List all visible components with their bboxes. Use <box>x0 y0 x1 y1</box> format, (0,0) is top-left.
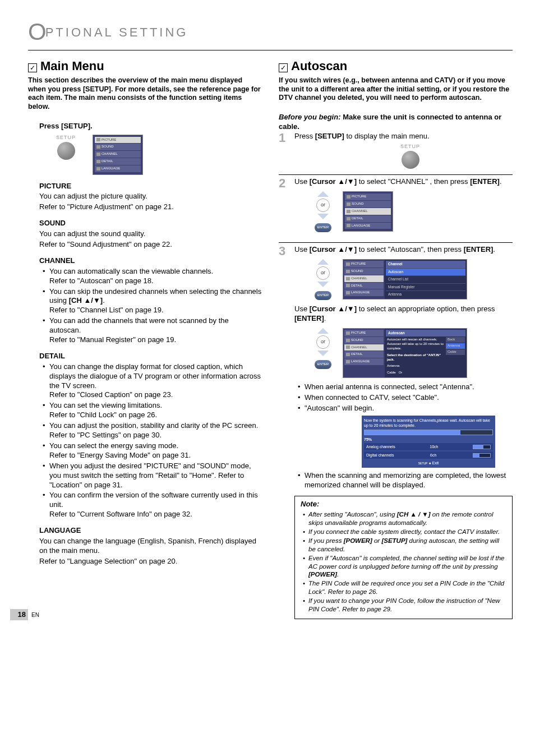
detail-b4: You can select the energy saving mode.Re… <box>49 441 262 460</box>
cursor-up-icon <box>317 259 329 265</box>
step-2-body: Use [Cursor ▲/▼] to select "CHANNEL" , t… <box>294 177 513 237</box>
setup-button-icon <box>57 142 75 160</box>
main-menu-title: Main Menu <box>40 58 104 75</box>
language-head: LANGUAGE <box>39 526 262 536</box>
language-l2: Refer to "Language Selection" on page 20… <box>39 557 262 566</box>
s3-bullet-4: When the scanning and memorizing are com… <box>305 471 513 490</box>
sound-head: SOUND <box>39 219 262 228</box>
step-3-number: 3 <box>279 245 289 619</box>
press-setup-label: Press [SETUP]. <box>39 122 262 131</box>
page-header: OPTIONAL SETTING <box>28 17 513 50</box>
s3-bullet-3: "Autoscan" will begin. <box>305 404 513 413</box>
before-you-begin: Before you begin: Make sure the unit is … <box>279 113 513 132</box>
or-label: or <box>316 199 330 212</box>
setup-label: SETUP <box>56 135 76 141</box>
autoscan-submenu-screenshot: PICTURE SOUND CHANNEL DETAIL LANGUAGE Au… <box>343 328 467 378</box>
cursor-up-icon <box>317 328 329 334</box>
sound-l1: You can adjust the sound quality. <box>39 229 262 239</box>
picture-head: PICTURE <box>39 182 262 191</box>
s3-bullet-2: When connected to CATV, select "Cable". <box>305 393 513 403</box>
main-menu-intro: This section describes the overview of t… <box>28 76 262 112</box>
autoscan-progress-screenshot: Now the system is scanning for Channels,… <box>362 416 495 468</box>
note-2: If you connect the cable system directly… <box>308 528 506 536</box>
step-1-body: Press [SETUP] to display the main menu. … <box>294 132 513 169</box>
cursor-down-icon <box>317 282 329 287</box>
dpad-diagram: or ENTER <box>315 328 331 369</box>
picture-l2: Refer to "Picture Adjustment" on page 21… <box>39 202 262 212</box>
note-3: If you press [POWER] or [SETUP] during a… <box>308 537 506 554</box>
check-icon: ✓ <box>279 63 288 72</box>
setup-button-diagram: SETUP <box>56 135 76 160</box>
left-column: ✓ Main Menu This section describes the o… <box>28 58 262 620</box>
language-l1: You can change the language (English, Sp… <box>39 537 262 556</box>
page-number: 18 EN <box>10 609 39 620</box>
or-label: or <box>316 266 330 280</box>
step-2-number: 2 <box>279 177 289 237</box>
right-column: ✓ Autoscan If you switch wires (e.g., be… <box>279 58 513 620</box>
detail-b5: When you adjust the desired "PICTURE" an… <box>49 462 262 490</box>
main-menu-screenshot: PICTURE SOUND CHANNEL DETAIL LANGUAGE <box>93 135 143 175</box>
enter-button-icon: ENTER <box>315 291 331 300</box>
detail-b2: You can set the viewing limitations.Refe… <box>49 401 262 420</box>
detail-b6: You can confirm the version of the softw… <box>49 491 262 519</box>
detail-b3: You can adjust the position, stability a… <box>49 421 262 440</box>
channel-submenu-screenshot: PICTURE SOUND CHANNEL DETAIL LANGUAGE Ch… <box>343 259 467 299</box>
enter-button-icon: ENTER <box>315 223 331 232</box>
header-title: PTIONAL SETTING <box>45 25 188 39</box>
step-3-body: Use [Cursor ▲/▼] to select "Autoscan", t… <box>294 245 513 619</box>
picture-l1: You can adjust the picture quality. <box>39 192 262 201</box>
note-5: The PIN Code will be required once you s… <box>308 579 506 596</box>
cursor-down-icon <box>317 214 329 219</box>
channel-b2: You can skip the undesired channels when… <box>49 287 262 316</box>
s3-bullet-1: When aerial antenna is connected, select… <box>305 382 513 392</box>
dpad-diagram: or ENTER <box>315 191 331 232</box>
detail-head: DETAIL <box>39 352 262 361</box>
sound-l2: Refer to "Sound Adjustment" on page 22. <box>39 240 262 250</box>
note-box: Note: After setting "Autoscan", using [C… <box>294 496 513 619</box>
detail-b1: You can change the display format for cl… <box>49 362 262 400</box>
note-4: Even if "Autoscan" is completed, the cha… <box>308 554 506 579</box>
note-6: If you want to change your PIN Code, fol… <box>308 597 506 614</box>
note-1: After setting "Autoscan", using [CH ▲ / … <box>308 510 506 527</box>
channel-head: CHANNEL <box>39 256 262 266</box>
note-head: Note: <box>301 500 506 509</box>
cursor-up-icon <box>317 191 329 197</box>
step-1-number: 1 <box>279 132 289 169</box>
check-icon: ✓ <box>28 63 37 72</box>
dpad-diagram: or ENTER <box>315 259 331 300</box>
setup-label: SETUP <box>308 144 513 150</box>
channel-menu-screenshot: PICTURE SOUND CHANNEL DETAIL LANGUAGE <box>343 191 393 232</box>
setup-button-icon <box>402 151 419 169</box>
channel-b1: You can automatically scan the viewable … <box>49 267 262 286</box>
channel-b3: You can add the channels that were not s… <box>49 316 262 345</box>
cursor-down-icon <box>317 351 329 356</box>
or-label: or <box>316 335 330 349</box>
autoscan-intro: If you switch wires (e.g., between anten… <box>279 76 513 103</box>
enter-button-icon: ENTER <box>315 360 331 369</box>
autoscan-title: Autoscan <box>291 58 347 75</box>
header-initial: O <box>28 19 47 45</box>
